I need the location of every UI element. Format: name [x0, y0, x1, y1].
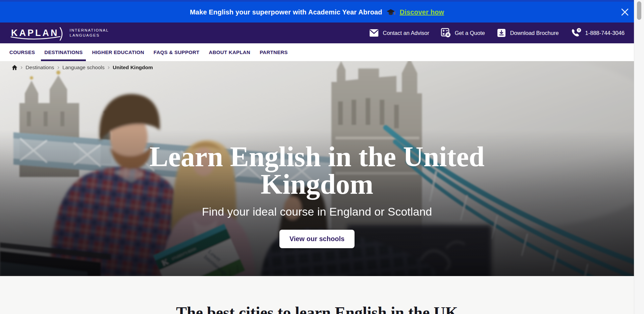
- download-brochure-button[interactable]: Download Brochure: [496, 28, 559, 38]
- logo-swoosh: [10, 36, 61, 41]
- breadcrumb-destinations[interactable]: Destinations: [25, 64, 54, 71]
- header-actions: Contact an Advisor Get a Quote: [369, 28, 625, 38]
- contact-advisor-label: Contact an Advisor: [383, 30, 429, 36]
- main-nav: COURSES DESTINATIONS HIGHER EDUCATION FA…: [0, 43, 634, 61]
- phone-number-label: 1-888-744-3046: [585, 30, 625, 36]
- hero-section: K STUDENT'S BOOK Lower Intermediate: [0, 61, 634, 276]
- get-quote-label: Get a Quote: [455, 30, 485, 36]
- logo-arc: [60, 27, 64, 41]
- download-brochure-label: Download Brochure: [510, 30, 559, 36]
- discover-how-link[interactable]: Discover how: [400, 8, 444, 16]
- graduation-cap-icon: [386, 8, 395, 16]
- calculator-icon: [441, 28, 451, 38]
- breadcrumb-separator: ›: [57, 64, 59, 70]
- get-quote-button[interactable]: Get a Quote: [441, 28, 485, 38]
- svg-text:?: ?: [578, 28, 580, 32]
- envelope-icon: [369, 29, 379, 37]
- section-heading: The best cities to learn English in the …: [176, 303, 458, 314]
- view-schools-button[interactable]: View our schools: [279, 230, 355, 248]
- cities-section: The best cities to learn English in the …: [0, 276, 634, 314]
- contact-advisor-button[interactable]: Contact an Advisor: [369, 29, 429, 37]
- breadcrumb-language-schools[interactable]: Language schools: [62, 64, 105, 71]
- scrollbar-thumb[interactable]: [637, 1, 641, 20]
- hero-subtitle: Find your ideal course in England or Sco…: [82, 205, 552, 218]
- scrollbar-track[interactable]: [634, 0, 644, 314]
- nav-item-destinations[interactable]: DESTINATIONS: [40, 43, 87, 61]
- phone-number-link[interactable]: ? 1-888-744-3046: [570, 28, 625, 38]
- logo-line-international: INTERNATIONAL: [70, 28, 109, 33]
- nav-item-about-kaplan[interactable]: ABOUT KAPLAN: [204, 43, 255, 61]
- breadcrumb-current: United Kingdom: [113, 64, 153, 71]
- kaplan-logo[interactable]: KAPLAN INTERNATIONAL LANGUAGES: [11, 28, 109, 38]
- site-header: KAPLAN INTERNATIONAL LANGUAGES Contact: [0, 23, 634, 43]
- download-icon: [496, 28, 506, 38]
- close-icon[interactable]: [620, 7, 630, 17]
- promo-banner: Make English your superpower with Academ…: [0, 0, 634, 23]
- promo-message: Make English your superpower with Academ…: [190, 8, 382, 16]
- breadcrumb-separator: ›: [108, 64, 110, 70]
- hero-copy: Learn English in the United Kingdom Find…: [82, 143, 552, 248]
- page: Make English your superpower with Academ…: [0, 0, 634, 314]
- nav-item-courses[interactable]: COURSES: [5, 43, 40, 61]
- nav-item-partners[interactable]: PARTNERS: [255, 43, 292, 61]
- breadcrumb: › Destinations › Language schools › Unit…: [12, 64, 153, 71]
- nav-item-faqs-support[interactable]: FAQS & SUPPORT: [149, 43, 204, 61]
- phone-help-icon: ?: [570, 28, 582, 38]
- breadcrumb-separator: ›: [20, 64, 22, 70]
- home-icon[interactable]: [12, 65, 17, 70]
- nav-item-higher-education[interactable]: HIGHER EDUCATION: [87, 43, 149, 61]
- page-title: Learn English in the United Kingdom: [112, 143, 522, 198]
- logo-line-languages: LANGUAGES: [70, 33, 109, 38]
